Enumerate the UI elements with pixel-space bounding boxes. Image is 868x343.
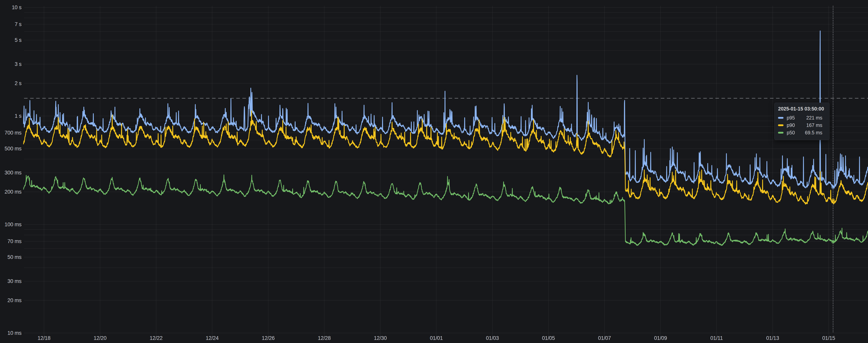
x-axis-label: 01/15 (822, 335, 835, 341)
x-axis-label: 12/20 (94, 335, 106, 341)
x-axis-label: 01/11 (710, 335, 723, 341)
x-axis-label: 01/03 (486, 335, 499, 341)
y-axis-label: 500 ms (0, 146, 22, 152)
y-axis-label: 1 s (0, 113, 22, 119)
x-axis-label: 01/09 (654, 335, 667, 341)
tooltip-row-p50: p50 69.5 ms (778, 129, 826, 136)
y-axis-label: 10 s (0, 4, 22, 10)
latency-chart[interactable] (0, 0, 868, 343)
x-axis-label: 12/28 (318, 335, 331, 341)
y-axis-label: 50 ms (0, 254, 22, 260)
y-axis-label: 20 ms (0, 297, 22, 303)
x-axis-label: 12/24 (206, 335, 218, 341)
tooltip-series-value: 167 ms (806, 122, 826, 128)
tooltip-series-value: 69.5 ms (805, 130, 826, 135)
x-axis-label: 12/22 (150, 335, 162, 341)
y-axis-label: 2 s (0, 80, 22, 86)
grafana-latency-panel: 10 s7 s5 s3 s2 s1 s700 ms500 ms300 ms200… (0, 0, 868, 343)
y-axis-label: 7 s (0, 21, 22, 27)
y-axis-label: 5 s (0, 37, 22, 43)
tooltip-series-label: p50 (786, 130, 795, 135)
y-axis-label: 200 ms (0, 189, 22, 195)
y-axis-label: 3 s (0, 61, 22, 67)
tooltip: 2025-01-15 03:50:00 p95 221 ms p90 167 m… (774, 103, 830, 140)
series-p95-line[interactable] (24, 31, 868, 188)
p95-series-swatch (778, 117, 783, 119)
series-lines (24, 31, 868, 245)
tooltip-timestamp: 2025-01-15 03:50:00 (778, 106, 826, 112)
x-axis-label: 01/07 (598, 335, 611, 341)
x-axis-label: 01/05 (542, 335, 555, 341)
p50-hover-dot-core (832, 241, 834, 243)
tooltip-series-label: p90 (786, 122, 795, 128)
p95-hover-dot-core (832, 186, 834, 188)
x-axis-label: 12/18 (37, 335, 51, 341)
x-axis-label: 01/01 (430, 335, 443, 341)
y-axis-label: 70 ms (0, 238, 22, 244)
x-axis-label: 01/13 (766, 335, 779, 341)
y-axis-label: 300 ms (0, 170, 22, 176)
p90-hover-dot-core (832, 199, 834, 201)
y-axis-label: 100 ms (0, 222, 22, 228)
tooltip-row-p95: p95 221 ms (778, 114, 826, 121)
p50-series-swatch (778, 132, 783, 133)
x-axis-label: 12/30 (374, 335, 387, 341)
tooltip-series-label: p95 (786, 115, 795, 121)
crosshair (24, 6, 868, 333)
y-axis-label: 10 ms (0, 330, 22, 336)
tooltip-row-p90: p90 167 ms (778, 121, 826, 129)
y-axis-label: 700 ms (0, 130, 22, 136)
grid-lines (24, 6, 868, 335)
p90-series-swatch (778, 124, 783, 126)
x-axis-label: 12/26 (262, 335, 275, 341)
tooltip-series-value: 221 ms (806, 115, 826, 121)
y-axis-label: 30 ms (0, 278, 22, 284)
